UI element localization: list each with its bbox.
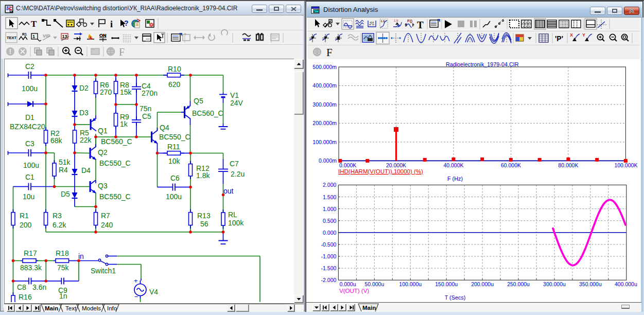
svg-text:100.000K: 100.000K xyxy=(614,162,637,168)
svg-text:-1.000: -1.000 xyxy=(321,253,337,259)
svg-text:20.000K: 20.000K xyxy=(386,162,406,168)
svg-text:2.000: 2.000 xyxy=(323,182,336,188)
svg-text:0.000u: 0.000u xyxy=(339,281,356,287)
svg-text:0.000: 0.000 xyxy=(323,230,336,236)
svg-text:60.000K: 60.000K xyxy=(501,162,521,168)
svg-text:0.000m: 0.000m xyxy=(319,157,337,164)
svg-text:-2.000: -2.000 xyxy=(321,277,337,283)
svg-text:100.000m: 100.000m xyxy=(312,139,337,145)
svg-text:1.000: 1.000 xyxy=(323,206,336,212)
svg-text:Radioelectronik_1979-04.CIR: Radioelectronik_1979-04.CIR xyxy=(446,61,519,67)
svg-text:300.000m: 300.000m xyxy=(312,101,337,108)
svg-text:50.000u: 50.000u xyxy=(364,281,384,287)
svg-text:500.000m: 500.000m xyxy=(312,64,337,70)
svg-text:IHD(HARM(V(OUT)),10000) (%): IHD(HARM(V(OUT)),10000) (%) xyxy=(338,168,423,174)
svg-text:-1.500: -1.500 xyxy=(321,265,337,271)
svg-text:100.000u: 100.000u xyxy=(399,281,422,287)
svg-text:400.000m: 400.000m xyxy=(312,82,337,89)
svg-text:200.000u: 200.000u xyxy=(471,281,494,287)
svg-text:V(OUT) (V): V(OUT) (V) xyxy=(339,288,369,294)
svg-text:300.000u: 300.000u xyxy=(543,281,566,287)
svg-text:400.000u: 400.000u xyxy=(615,281,637,287)
svg-text:0.000K: 0.000K xyxy=(339,162,356,168)
svg-text:80.000K: 80.000K xyxy=(558,162,578,168)
svg-text:200.000m: 200.000m xyxy=(312,120,337,126)
svg-text:0.500: 0.500 xyxy=(323,218,336,224)
svg-text:40.000K: 40.000K xyxy=(443,162,463,168)
svg-text:T (Secs): T (Secs) xyxy=(445,294,466,301)
svg-text:150.000u: 150.000u xyxy=(435,281,458,287)
svg-text:-0.500: -0.500 xyxy=(321,241,337,248)
svg-text:350.000u: 350.000u xyxy=(579,281,602,287)
svg-text:F (Hz): F (Hz) xyxy=(447,176,463,182)
svg-text:1.500: 1.500 xyxy=(323,194,336,200)
svg-text:250.000u: 250.000u xyxy=(507,281,530,287)
